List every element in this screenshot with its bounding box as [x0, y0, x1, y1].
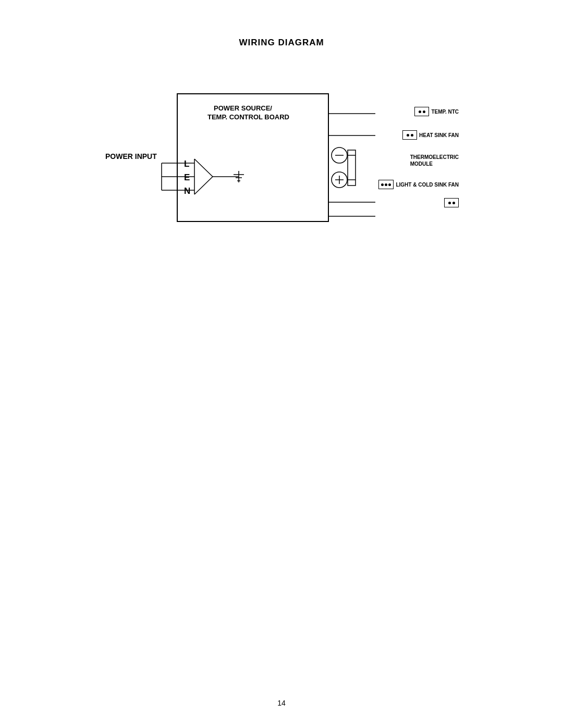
light-cold-sink-label: LIGHT & COLD SINK FAN — [396, 182, 459, 188]
dot — [448, 202, 451, 204]
temp-ntc-connector-row: TEMP. NTC — [414, 107, 459, 116]
thermoelectric-label: THERMOELECTRIC MODULE — [410, 154, 459, 167]
svg-text:POWER INPUT: POWER INPUT — [105, 152, 157, 161]
wiring-diagram: POWER SOURCE/ TEMP. CONTROL BOARD L E N … — [94, 78, 459, 245]
heat-sink-fan-connector-row: HEAT SINK FAN — [402, 130, 459, 140]
dot — [419, 110, 421, 113]
page-number: 14 — [277, 699, 286, 707]
light-cold-sink-connector-row: LIGHT & COLD SINK FAN — [378, 180, 459, 189]
svg-text:L: L — [184, 159, 189, 169]
heat-sink-fan-label: HEAT SINK FAN — [419, 132, 459, 138]
bottom-dots — [444, 198, 459, 207]
dot — [407, 134, 409, 137]
svg-text:E: E — [184, 172, 190, 182]
dot — [385, 183, 387, 186]
svg-text:N: N — [184, 186, 190, 196]
dot — [411, 134, 413, 137]
svg-text:POWER SOURCE/: POWER SOURCE/ — [214, 104, 272, 112]
light-cold-dots — [378, 180, 394, 189]
dot — [452, 202, 455, 204]
page-title: WIRING DIAGRAM — [239, 38, 324, 48]
svg-text:TEMP. CONTROL BOARD: TEMP. CONTROL BOARD — [207, 113, 289, 121]
dot — [388, 183, 391, 186]
dot — [423, 110, 425, 113]
temp-ntc-dots — [414, 107, 429, 116]
dot — [381, 183, 384, 186]
bottom-dots-connector-row — [444, 198, 459, 207]
thermoelectric-label-container: THERMOELECTRIC MODULE — [399, 154, 459, 167]
heat-sink-dots — [402, 130, 417, 140]
temp-ntc-label: TEMP. NTC — [431, 109, 459, 115]
